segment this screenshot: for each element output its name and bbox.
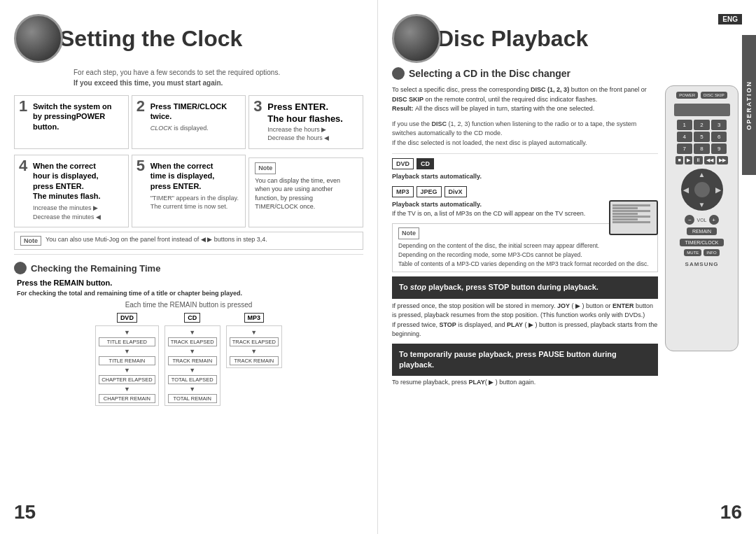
remote-btn-4[interactable]: 4: [677, 132, 693, 142]
remote-top-btns: POWER DISC SKIP: [676, 92, 727, 99]
remote-vol-up[interactable]: +: [709, 215, 719, 225]
mp3-item-1: TRACK ELAPSED: [230, 337, 279, 346]
remote-vol-down[interactable]: −: [685, 215, 694, 225]
remote-nav-left[interactable]: ◀: [683, 186, 689, 194]
dvd-cd-badges: DVD CD: [392, 158, 658, 169]
remote-btn-6[interactable]: 6: [711, 132, 727, 142]
remote-timer-btn[interactable]: TIMER/CLOCK: [680, 239, 724, 246]
right-header-disc-icon: [392, 14, 441, 63]
tv-thumbnail: [609, 200, 658, 235]
remote-mute-btn[interactable]: MUTE: [684, 249, 701, 256]
left-page-title: Setting the Clock: [59, 26, 242, 52]
dvd-badge: DVD: [392, 158, 414, 169]
step-4-content: When the correcthour is displayed,press …: [33, 161, 122, 221]
stop-playback-box: To stop playback, press STOP button duri…: [392, 276, 658, 298]
dvd-arrow-4: ▼: [99, 386, 155, 393]
step-3-increase: Increase the hours ▶: [267, 125, 357, 134]
right-note-line2: Depending on the recording mode, some MP…: [398, 251, 652, 260]
remote-btn-3[interactable]: 3: [711, 120, 727, 130]
step-1-box: 1 Switch the system onby pressingPOWERbu…: [14, 95, 129, 149]
right-note-label: Note: [398, 227, 419, 240]
dvd-arrow-1: ▼: [99, 329, 155, 336]
remote-two-btns: MUTE INFO: [684, 249, 719, 256]
selecting-para1: To select a specific disc, press the cor…: [392, 85, 658, 114]
track-cd-section: CD ▼ TRACK ELAPSED ▼ TRACK REMAIN ▼ TOTA…: [164, 313, 220, 406]
dvd-arrow-2: ▼: [99, 348, 155, 355]
remain-content: Press the REMAIN button. For checking th…: [14, 279, 363, 406]
step-3-box: 3 Press ENTER. The hour flashes. Increas…: [248, 95, 363, 149]
remain-section-dot: [14, 262, 27, 274]
remote-nav-enter[interactable]: [694, 182, 710, 197]
cd-item-4: TOTAL REMAIN: [168, 394, 217, 403]
left-header-subtitle: For each step, you have a few seconds to…: [74, 67, 363, 88]
dvd-item-1: TITLE ELAPSED: [99, 337, 155, 346]
cd-item-1: TRACK ELAPSED: [168, 337, 217, 346]
track-cd-badge: CD: [184, 313, 200, 323]
step-3-decrease: Decrease the hours ◀: [267, 134, 357, 143]
track-dvd-section: DVD ▼ TITLE ELAPSED ▼ TITLE REMAIN ▼ CHA…: [95, 313, 159, 406]
cd-arrow-4: ▼: [168, 386, 217, 393]
step-5-timer: "TIMER" appears in the display.: [150, 194, 240, 203]
eng-badge: ENG: [718, 14, 742, 24]
track-dvd-items: ▼ TITLE ELAPSED ▼ TITLE REMAIN ▼ CHAPTER…: [95, 325, 159, 406]
cd-arrow-3: ▼: [168, 367, 217, 374]
remote-number-grid: 1 2 3 4 5 6 7 8 9: [677, 120, 727, 154]
selecting-title: Selecting a CD in the Disc changer: [409, 68, 570, 79]
remote-stop-btn[interactable]: ■: [676, 156, 682, 164]
track-cd-items: ▼ TRACK ELAPSED ▼ TRACK REMAIN ▼ TOTAL E…: [164, 325, 220, 406]
mp3-playback-note: Playback starts automatically. If the TV…: [392, 200, 658, 219]
operation-sidebar: OPERATION: [742, 35, 756, 175]
track-mp3-badge: MP3: [244, 313, 265, 323]
remote-btn-9[interactable]: 9: [711, 143, 727, 154]
step-2-title: Press TIMER/CLOCKtwice.: [150, 101, 240, 122]
step-1-title: Switch the system onby pressingPOWERbutt…: [33, 101, 122, 132]
remote-nav-down[interactable]: ▼: [699, 201, 706, 209]
left-header: Setting the Clock: [14, 14, 363, 63]
remote-nav-up[interactable]: ▲: [699, 171, 706, 178]
track-mp3-items: ▼ TRACK ELAPSED ▼ TRACK REMAIN: [226, 325, 282, 368]
remote-vol-row: − VOL +: [685, 215, 718, 225]
remote-power-btn[interactable]: POWER: [676, 92, 698, 99]
remote-play-btn[interactable]: ▶: [685, 156, 692, 164]
bottom-note-text: You can also use Muti-Jog on the panel f…: [46, 236, 267, 243]
step-4-box: 4 When the correcthour is displayed,pres…: [14, 155, 129, 227]
remote-display: [674, 104, 730, 116]
note-box-1: Note You can display the time, even when…: [248, 157, 363, 227]
remote-info-btn[interactable]: INFO: [704, 249, 719, 256]
remote-btn-7[interactable]: 7: [677, 143, 693, 154]
dvd-item-3: CHAPTER ELAPSED: [99, 375, 155, 384]
remote-btn-1[interactable]: 1: [677, 120, 693, 130]
step-3-content: Press ENTER. The hour flashes. Increase …: [267, 101, 357, 143]
cd-item-3: TOTAL ELAPSED: [168, 375, 217, 384]
step-2-content: Press TIMER/CLOCKtwice. CLOCK is display…: [150, 101, 240, 132]
step-4-decrease: Decrease the minutes ◀: [33, 213, 122, 222]
step-2-number: 2: [136, 99, 145, 114]
right-header: Disc Playback: [392, 14, 742, 63]
remote-next-btn[interactable]: ▶▶: [717, 156, 728, 164]
step-4-number: 4: [19, 158, 27, 174]
remote-pause-btn[interactable]: ⏸: [694, 156, 703, 164]
remote-playback-row: ■ ▶ ⏸ ◀◀ ▶▶: [674, 156, 730, 164]
remain-note: For checking the total and remaining tim…: [17, 290, 360, 297]
remote-disc-skip-btn[interactable]: DISC SKIP: [701, 92, 727, 99]
divx-badge: DivX: [444, 186, 467, 197]
remote-btn-5[interactable]: 5: [694, 132, 710, 142]
remote-prev-btn[interactable]: ◀◀: [704, 156, 715, 164]
pause-box: To temporarily pause playback, press PAU…: [392, 344, 658, 377]
remote-btn-2[interactable]: 2: [694, 120, 710, 130]
jpeg-badge: JPEG: [416, 186, 442, 197]
note-text-1: You can display the time, even when you …: [255, 176, 357, 211]
remain-each: Each time the REMAIN button is pressed: [17, 301, 360, 309]
right-page-title: Disc Playback: [438, 26, 588, 52]
step-5-content: When the correcttime is displayed,press …: [150, 161, 240, 211]
remote-nav-wheel: ▲ ▼ ◀ ▶: [681, 169, 723, 211]
remote-btn-8[interactable]: 8: [694, 143, 710, 154]
step-5-box: 5 When the correcttime is displayed,pres…: [132, 155, 246, 227]
remote-remain-btn[interactable]: REMAIN: [687, 227, 717, 235]
step-2-box: 2 Press TIMER/CLOCKtwice. CLOCK is displ…: [132, 95, 246, 149]
right-note-line3: Table of contents of a MP3-CD varies dep…: [398, 260, 652, 269]
remote-nav-right[interactable]: ▶: [715, 186, 721, 194]
step-5-number: 5: [136, 158, 145, 174]
cd-arrow-1: ▼: [168, 329, 217, 336]
dvd-cd-playback-note: Playback starts automatically.: [392, 172, 658, 182]
